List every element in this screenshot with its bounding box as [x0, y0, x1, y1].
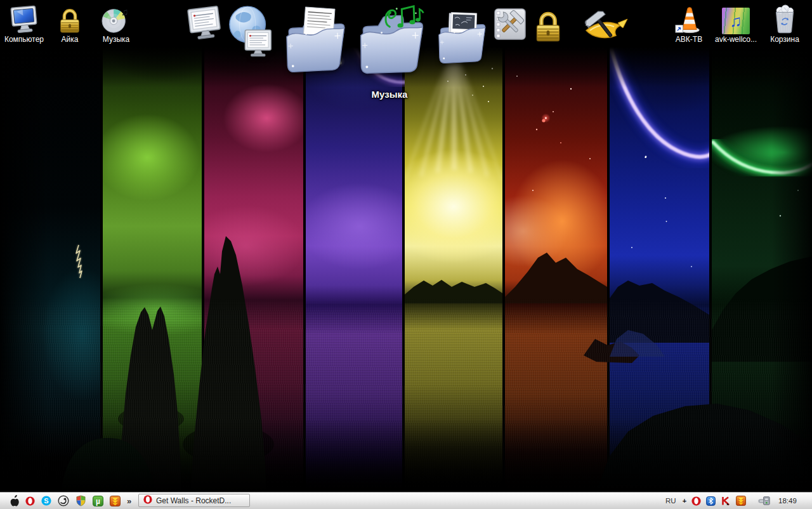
window-title: Get Walls - RocketD...: [156, 496, 231, 505]
recycle-bin-icon: [771, 4, 799, 34]
opera-icon[interactable]: [691, 496, 701, 506]
quick-launch-overflow-chevron[interactable]: »: [127, 492, 131, 509]
dock-item-monitor-documents[interactable]: [187, 4, 222, 43]
network-globe-icon: [226, 4, 275, 63]
desktop-icon-music[interactable]: ♫ Музыка: [92, 4, 140, 44]
gold-lock-icon: [532, 6, 565, 46]
utorrent-icon[interactable]: µ: [93, 496, 103, 506]
dock-item-network-globe[interactable]: [226, 4, 275, 63]
computer-icon: [9, 4, 39, 34]
opera-icon[interactable]: [25, 496, 35, 506]
taskbar: S: [0, 492, 812, 509]
monitor-documents-icon: [187, 4, 222, 43]
security-shield-icon[interactable]: [75, 495, 86, 506]
vlc-cone-icon: [674, 4, 704, 34]
taskbar-clock[interactable]: 18:49: [778, 497, 797, 505]
flashget-icon[interactable]: [736, 496, 746, 506]
kaspersky-icon[interactable]: [721, 496, 731, 506]
tools-icon: [492, 5, 528, 47]
desktop-screen: Компьютер Айка ♫ Музыка: [0, 0, 812, 509]
dock-settings-icon: [581, 4, 628, 48]
bluetooth-icon[interactable]: [706, 496, 716, 506]
dock-item-dock-settings[interactable]: [581, 4, 628, 48]
desktop-icon-label: Корзина: [770, 35, 799, 44]
image-note-glyph: ♫: [730, 13, 742, 29]
language-indicator[interactable]: RU: [664, 497, 678, 505]
skype-glyph: S: [44, 497, 48, 505]
system-tray: RU +: [664, 492, 797, 509]
gold-padlock-icon: [56, 4, 83, 34]
desktop-icon-recycle-bin[interactable]: Корзина: [761, 4, 809, 44]
desktop-icon-label: avk-wellco...: [715, 35, 757, 44]
opera-icon: [143, 495, 152, 506]
flashget-icon[interactable]: [110, 496, 121, 506]
desktop-icon-label: АВК-ТВ: [676, 35, 702, 44]
safely-remove-hardware-icon[interactable]: [757, 496, 771, 506]
taskbar-window-button[interactable]: Get Walls - RocketD...: [138, 494, 250, 507]
image-file-icon: ♫: [722, 4, 750, 34]
music-folder-icon: [353, 1, 432, 80]
tray-expand-button[interactable]: +: [683, 497, 686, 505]
desktop-icon-avk-wellco[interactable]: ♫ avk-wellco...: [712, 4, 760, 44]
dock-item-documents-folder[interactable]: [280, 3, 351, 77]
desktop-icon-label: Компьютер: [4, 35, 44, 44]
documents-folder-icon: [280, 3, 351, 77]
dock-item-music-folder[interactable]: [353, 1, 432, 80]
desktop-icon-label: Музыка: [103, 35, 129, 44]
dock-tooltip: Музыка: [372, 89, 408, 100]
music-cd-icon: ♫: [101, 4, 131, 34]
dock-item-tools[interactable]: [492, 5, 528, 47]
desktop-icon-ayka[interactable]: Айка: [46, 4, 94, 44]
skype-icon[interactable]: S: [41, 496, 51, 506]
utorrent-glyph: µ: [96, 497, 100, 506]
pictures-folder-icon: [433, 4, 490, 71]
music-note-glyph: ♫: [121, 6, 129, 17]
desktop-icon-avk-tv[interactable]: АВК-ТВ: [665, 4, 713, 44]
steam-icon[interactable]: [58, 495, 69, 506]
dock-item-lock[interactable]: [532, 6, 565, 46]
dock-item-pictures-folder[interactable]: [433, 4, 490, 71]
desktop-icon-computer[interactable]: Компьютер: [0, 4, 48, 44]
apple-start-icon[interactable]: [9, 495, 19, 506]
desktop-icon-label: Айка: [62, 35, 79, 44]
quick-launch-bar: S: [9, 492, 121, 509]
